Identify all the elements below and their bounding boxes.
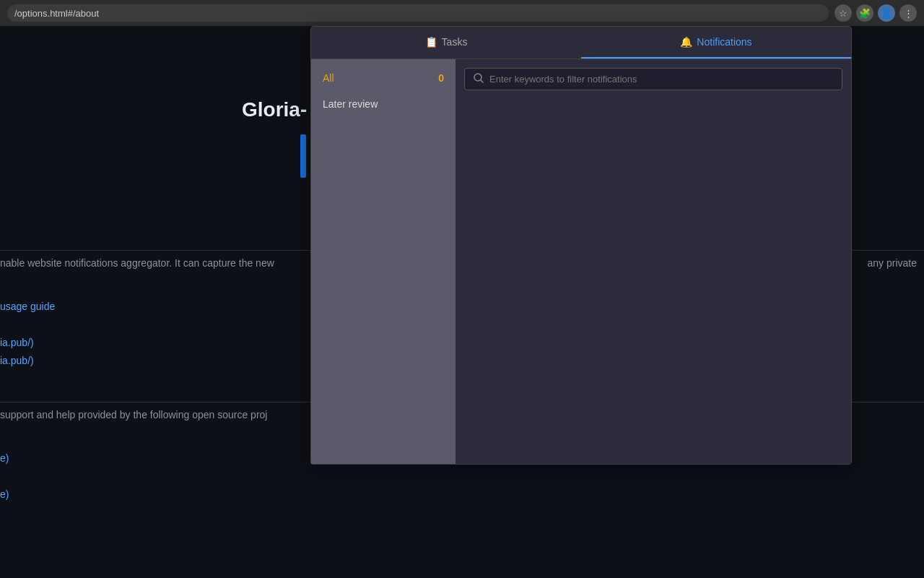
popup-body: All 0 Later review	[311, 59, 851, 464]
tab-notifications-label: Notifications	[697, 36, 751, 48]
search-input[interactable]	[489, 74, 833, 85]
extension-icon[interactable]: 🧩	[856, 4, 873, 22]
user-icon[interactable]: 👤	[878, 4, 895, 22]
support-text: support and help provided by the followi…	[0, 409, 267, 420]
usage-guide-link[interactable]: usage guide	[0, 301, 55, 312]
sidebar-later-review-label: Later review	[323, 98, 378, 110]
popup-tabs: 📋 Tasks 🔔 Notifications	[311, 27, 851, 59]
notifications-icon: 🔔	[680, 36, 692, 48]
blue-accent-rect	[300, 134, 306, 178]
popup: 📋 Tasks 🔔 Notifications All 0 Later revi…	[310, 26, 852, 465]
url-text: /options.html#/about	[14, 8, 99, 19]
link2[interactable]: ia.pub/)	[0, 355, 34, 366]
page-title: Gloria-	[242, 98, 307, 121]
search-icon	[474, 73, 484, 85]
search-box	[464, 68, 842, 90]
browser-bar: /options.html#/about ☆ 🧩 👤 ⋮	[0, 0, 924, 26]
bottom-link1[interactable]: e)	[0, 452, 9, 464]
sidebar-all-count: 0	[438, 72, 444, 84]
link1[interactable]: ia.pub/)	[0, 337, 34, 348]
notifications-empty-area	[464, 98, 842, 455]
svg-line-1	[481, 80, 483, 82]
sidebar-all-label: All	[323, 72, 334, 84]
tab-tasks[interactable]: 📋 Tasks	[311, 27, 581, 59]
menu-icon[interactable]: ⋮	[899, 4, 917, 22]
bottom-link2[interactable]: e)	[0, 488, 9, 500]
any-private-text: any private	[868, 257, 924, 269]
tasks-icon: 📋	[425, 36, 437, 48]
tab-tasks-label: Tasks	[442, 36, 468, 48]
browser-icons: ☆ 🧩 👤 ⋮	[834, 4, 917, 22]
browser-url-bar[interactable]: /options.html#/about	[7, 4, 829, 22]
star-icon[interactable]: ☆	[834, 4, 852, 22]
sidebar-item-later-review[interactable]: Later review	[311, 91, 456, 117]
sidebar-item-all[interactable]: All 0	[311, 65, 456, 91]
tab-notifications[interactable]: 🔔 Notifications	[581, 27, 851, 59]
description-text: nable website notifications aggregator. …	[0, 257, 274, 269]
popup-main	[456, 59, 851, 464]
popup-sidebar: All 0 Later review	[311, 59, 456, 464]
